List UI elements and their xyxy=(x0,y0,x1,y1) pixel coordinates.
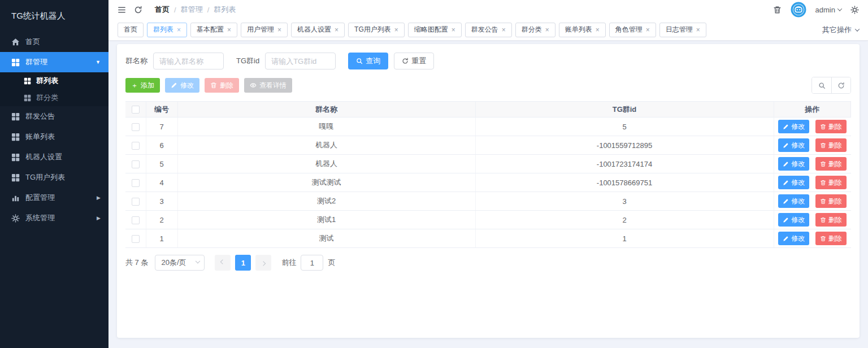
row-checkbox[interactable] xyxy=(132,179,140,187)
view-detail-button-disabled[interactable]: 查看详情 xyxy=(244,78,292,93)
delete-button-disabled[interactable]: 删除 xyxy=(205,78,239,93)
row-edit-button[interactable]: 修改 xyxy=(778,232,809,245)
table-row: 5 机器人 -1001723174174 修改 删除 xyxy=(125,155,851,173)
row-checkbox[interactable] xyxy=(132,123,140,131)
home-icon xyxy=(11,38,20,46)
prev-page-button[interactable] xyxy=(215,255,231,271)
sidebar-item-home[interactable]: 首页 xyxy=(0,32,108,52)
tab-basic-config[interactable]: 基本配置× xyxy=(190,23,237,37)
trash-icon[interactable] xyxy=(773,6,782,14)
row-edit-button[interactable]: 修改 xyxy=(778,120,809,133)
page-content: 群名称 TG群id 查询 重置 ＋ 添加 xyxy=(108,41,868,348)
chevron-right-icon: ▶ xyxy=(97,215,101,221)
tab-home[interactable]: 首页 xyxy=(118,23,144,37)
grid-icon xyxy=(24,94,31,102)
sidebar-item-announcement[interactable]: 群发公告 xyxy=(0,106,108,127)
close-icon[interactable]: × xyxy=(277,27,281,33)
row-checkbox[interactable] xyxy=(132,198,140,206)
row-delete-button[interactable]: 删除 xyxy=(815,232,847,245)
tab-thumbnail-config[interactable]: 缩略图配置× xyxy=(408,23,462,37)
tab-robot-settings[interactable]: 机器人设置× xyxy=(291,23,345,37)
user-menu[interactable]: admin xyxy=(815,6,841,14)
row-checkbox[interactable] xyxy=(132,216,140,224)
chevron-left-icon xyxy=(220,259,225,264)
query-button[interactable]: 查询 xyxy=(348,53,388,69)
page-size-select[interactable]: 20条/页 xyxy=(155,255,205,271)
close-icon[interactable]: × xyxy=(696,27,700,33)
grid-icon xyxy=(11,153,20,162)
row-delete-button[interactable]: 删除 xyxy=(815,213,847,227)
row-delete-button[interactable]: 删除 xyxy=(815,194,847,208)
row-checkbox[interactable] xyxy=(132,235,140,243)
avatar[interactable] xyxy=(791,2,806,18)
table-tools xyxy=(811,77,851,94)
sidebar-item-robot-settings[interactable]: 机器人设置 xyxy=(0,147,108,167)
next-page-button[interactable] xyxy=(255,255,271,271)
main-area: 首页 / 群管理 / 群列表 admin xyxy=(108,0,868,348)
row-delete-button[interactable]: 删除 xyxy=(815,120,847,133)
refresh-table-icon[interactable] xyxy=(831,77,850,93)
tab-role-management[interactable]: 角色管理× xyxy=(609,23,656,37)
hamburger-icon[interactable] xyxy=(118,6,126,14)
navbar-right: admin xyxy=(773,2,859,18)
row-edit-button[interactable]: 修改 xyxy=(778,213,809,227)
close-icon[interactable]: × xyxy=(227,27,231,33)
reset-button[interactable]: 重置 xyxy=(394,53,434,69)
grid-icon xyxy=(24,77,31,85)
tab-user-management[interactable]: 用户管理× xyxy=(241,23,288,37)
tab-bill-list[interactable]: 账单列表× xyxy=(559,23,606,37)
gear-icon xyxy=(11,214,20,223)
close-icon[interactable]: × xyxy=(646,27,650,33)
tab-log-management[interactable]: 日志管理× xyxy=(659,23,706,37)
row-edit-button[interactable]: 修改 xyxy=(778,138,809,152)
close-icon[interactable]: × xyxy=(452,27,455,33)
total-count: 共 7 条 xyxy=(125,258,148,268)
row-delete-button[interactable]: 删除 xyxy=(815,157,847,171)
close-icon[interactable]: × xyxy=(335,27,338,33)
sidebar-item-group-category[interactable]: 群分类 xyxy=(0,89,108,106)
row-edit-button[interactable]: 修改 xyxy=(778,176,809,189)
tab-tg-user-list[interactable]: TG用户列表× xyxy=(348,23,405,37)
close-icon[interactable]: × xyxy=(596,27,600,33)
sidebar-item-tg-user-list[interactable]: TG用户列表 xyxy=(0,167,108,188)
search-form: 群名称 TG群id 查询 重置 xyxy=(125,53,851,69)
group-list-card: 群名称 TG群id 查询 重置 ＋ 添加 xyxy=(117,44,860,338)
goto-page: 前往 页 xyxy=(281,255,335,271)
add-button[interactable]: ＋ 添加 xyxy=(125,78,160,93)
tab-group-list[interactable]: 群列表× xyxy=(147,23,187,37)
select-all-checkbox[interactable] xyxy=(132,106,140,114)
sidebar-item-config-management[interactable]: 配置管理 ▶ xyxy=(0,188,108,208)
column-name: 群名称 xyxy=(177,102,475,118)
breadcrumb-home[interactable]: 首页 xyxy=(155,5,170,15)
bar-chart-icon xyxy=(11,194,20,202)
refresh-icon[interactable] xyxy=(134,6,142,14)
sidebar-item-group-list[interactable]: 群列表 xyxy=(0,72,108,89)
sidebar-item-system-management[interactable]: 系统管理 ▶ xyxy=(0,208,108,228)
row-checkbox[interactable] xyxy=(132,160,140,168)
more-operations-dropdown[interactable]: 其它操作 xyxy=(822,25,859,35)
row-edit-button[interactable]: 修改 xyxy=(778,157,809,171)
close-icon[interactable]: × xyxy=(502,27,506,33)
tab-announcement[interactable]: 群发公告× xyxy=(465,23,512,37)
tg-group-id-input[interactable] xyxy=(265,53,336,69)
page-number-button[interactable]: 1 xyxy=(235,255,251,271)
tab-group-category[interactable]: 群分类× xyxy=(515,23,555,37)
close-icon[interactable]: × xyxy=(394,27,398,33)
row-edit-button[interactable]: 修改 xyxy=(778,194,809,208)
chevron-right-icon: ▶ xyxy=(97,195,101,201)
goto-page-input[interactable] xyxy=(301,255,323,271)
table-header-row: 编号 群名称 TG群id 操作 xyxy=(125,102,851,118)
table-row: 4 测试测试 -1001578669751 修改 删除 xyxy=(125,173,851,192)
row-delete-button[interactable]: 删除 xyxy=(815,138,847,152)
settings-gear-icon[interactable] xyxy=(850,6,859,14)
sidebar-item-group-management[interactable]: 群管理 ▼ xyxy=(0,52,108,72)
row-checkbox[interactable] xyxy=(132,142,140,150)
row-delete-button[interactable]: 删除 xyxy=(815,176,847,189)
group-name-input[interactable] xyxy=(153,53,224,69)
show-search-icon[interactable] xyxy=(812,77,831,93)
table-row: 3 测试2 3 修改 删除 xyxy=(125,192,851,211)
close-icon[interactable]: × xyxy=(545,27,549,33)
close-icon[interactable]: × xyxy=(177,27,181,33)
edit-button-disabled[interactable]: 修改 xyxy=(165,78,199,93)
sidebar-item-bill-list[interactable]: 账单列表 xyxy=(0,127,108,147)
